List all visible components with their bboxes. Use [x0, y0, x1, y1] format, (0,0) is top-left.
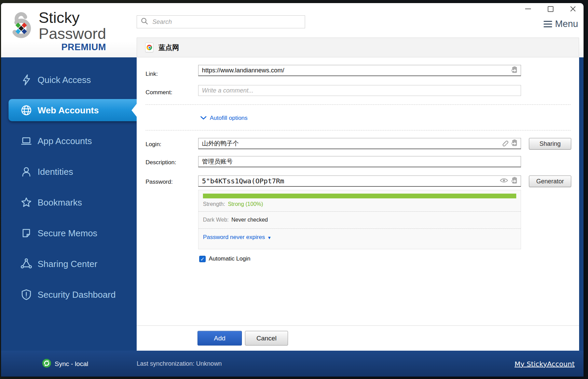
copy-link-icon[interactable] [511, 66, 518, 75]
account-title-bar: 蓝点网 [137, 38, 579, 57]
sidebar-item-bookmarks[interactable]: Bookmarks [1, 194, 137, 211]
divider-dotted [199, 228, 521, 229]
sidebar-item-label: Identities [38, 167, 73, 177]
app-logo: Sticky Password PREMIUM [9, 10, 106, 52]
link-field [198, 65, 521, 76]
description-label: Description: [146, 159, 176, 166]
buttons-divider [137, 325, 579, 326]
search-box[interactable] [137, 15, 305, 28]
close-icon[interactable] [569, 5, 577, 13]
sidebar-item-web-accounts[interactable]: Web Accounts [9, 99, 137, 121]
automatic-login-label: Automatic Login [209, 255, 250, 262]
comment-label: Comment: [146, 89, 172, 96]
show-password-eye-icon[interactable] [500, 178, 508, 185]
dark-web-label: Dark Web: [203, 217, 229, 223]
password-label: Password: [146, 179, 173, 185]
sidebar-item-secure-memos[interactable]: Secure Memos [1, 225, 137, 242]
divider-dashed [146, 130, 571, 130]
login-input[interactable] [199, 140, 501, 147]
copy-login-icon[interactable] [511, 139, 518, 148]
password-expires-link[interactable]: Password never expires ▾ [203, 234, 271, 241]
window-controls [524, 4, 577, 13]
share-icon [20, 257, 33, 270]
password-input[interactable] [199, 177, 500, 185]
sync-label: Sync - local [55, 360, 88, 368]
sidebar-item-label: Bookmarks [38, 197, 82, 208]
person-icon [20, 165, 33, 178]
chrome-favicon-icon [145, 43, 153, 52]
strength-row: Strength: Strong (100%) [203, 201, 263, 207]
sidebar-item-label: Web Accounts [38, 105, 99, 115]
search-icon [140, 17, 149, 27]
divider-dotted [199, 211, 521, 212]
star-icon [20, 196, 33, 209]
password-field [198, 176, 521, 187]
automatic-login-checkbox[interactable]: ✓ [199, 256, 206, 262]
sidebar: Quick Access Web Accounts App Accounts [1, 57, 137, 351]
copy-password-icon[interactable] [511, 177, 518, 185]
sidebar-item-identities[interactable]: Identities [1, 163, 137, 180]
chevron-down-icon [200, 115, 207, 122]
sticky-password-lock-icon [9, 10, 34, 42]
logo-line2: Password [39, 26, 106, 41]
comment-input[interactable] [199, 87, 521, 94]
strength-value: Strong (100%) [228, 201, 263, 207]
menu-button[interactable]: Menu [544, 19, 578, 29]
selected-item-notch [132, 104, 137, 117]
sidebar-item-label: App Accounts [38, 136, 92, 146]
dark-web-value: Never checked [231, 217, 268, 223]
sharing-button[interactable]: Sharing [529, 138, 571, 150]
comment-field [198, 85, 521, 96]
memo-icon [20, 227, 33, 240]
link-input[interactable] [199, 67, 511, 74]
logo-line1: Sticky [39, 10, 106, 25]
sidebar-item-label: Security Dashboard [38, 290, 115, 300]
account-title: 蓝点网 [159, 43, 179, 52]
sidebar-item-security-dashboard[interactable]: Security Dashboard [1, 286, 137, 303]
strength-bar [203, 194, 516, 198]
dark-web-row: Dark Web: Never checked [203, 217, 268, 223]
generator-button[interactable]: Generator [529, 176, 571, 187]
sidebar-item-sharing-center[interactable]: Sharing Center [1, 255, 137, 272]
globe-icon [20, 104, 33, 117]
login-label: Login: [146, 141, 161, 148]
hamburger-icon [544, 21, 552, 27]
search-input[interactable] [152, 18, 301, 26]
description-input[interactable] [199, 158, 521, 165]
linked-accounts-icon[interactable] [501, 139, 508, 148]
last-sync-status: Last synchronization: Unknown [137, 360, 222, 367]
minimize-icon[interactable] [524, 5, 532, 13]
add-button[interactable]: Add [197, 331, 242, 346]
description-field [198, 156, 521, 167]
strength-bar-fill [203, 194, 516, 198]
lightning-icon [20, 73, 33, 86]
sidebar-item-label: Quick Access [38, 75, 91, 85]
sidebar-item-app-accounts[interactable]: App Accounts [1, 132, 137, 150]
maximize-icon[interactable] [547, 5, 554, 13]
strength-label: Strength: [203, 201, 225, 207]
logo-premium-badge: PREMIUM [39, 43, 106, 52]
account-form-panel: 蓝点网 Link: Comment: [137, 38, 579, 351]
sidebar-item-quick-access[interactable]: Quick Access [1, 71, 137, 88]
divider-dashed [146, 104, 571, 105]
shield-icon [20, 288, 33, 301]
cancel-button[interactable]: Cancel [245, 331, 288, 346]
my-stickyaccount-link[interactable]: My StickyAccount [515, 360, 575, 368]
app-window: Sticky Password PREMIUM [1, 3, 584, 377]
sidebar-item-label: Sharing Center [38, 259, 97, 269]
automatic-login-row: ✓ Automatic Login [199, 255, 250, 262]
login-field [198, 138, 521, 149]
status-bar: Sync - local Last synchronization: Unkno… [1, 351, 584, 377]
sync-icon [42, 359, 51, 369]
password-info-panel: Strength: Strong (100%) Dark Web: Never … [198, 190, 521, 249]
sidebar-item-label: Secure Memos [38, 228, 97, 239]
caret-down-icon: ▾ [268, 235, 271, 240]
laptop-icon [20, 135, 33, 148]
sync-status[interactable]: Sync - local [42, 359, 88, 369]
link-label: Link: [146, 71, 158, 78]
autofill-options-link[interactable]: Autofill options [200, 115, 248, 122]
menu-label: Menu [555, 19, 578, 29]
